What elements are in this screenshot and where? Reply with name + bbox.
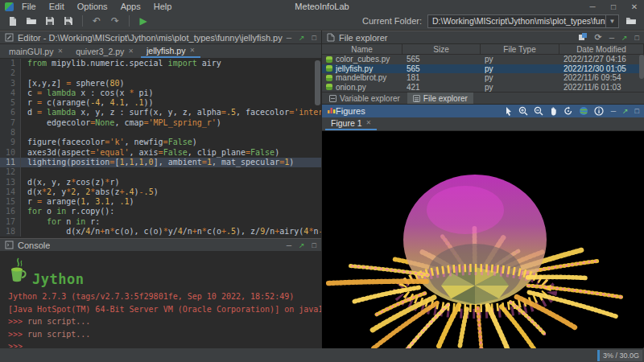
run-icon[interactable]: ▶: [137, 14, 150, 27]
editor-tab-bar: mainGUI.py✕quiver3_2.py✕jellyfish.py✕: [0, 44, 321, 59]
current-folder-combobox[interactable]: D:\Working\MIScript\Jython\mis\plot_type…: [427, 14, 619, 28]
editor-scrollbar[interactable]: [315, 60, 320, 105]
file-explorer-maximize-icon[interactable]: □: [635, 34, 639, 42]
figures-minimize-icon[interactable]: ─: [611, 107, 616, 115]
info-icon[interactable]: [594, 106, 604, 116]
window-close-button[interactable]: ✕: [630, 2, 639, 11]
code-token: y/: [168, 227, 178, 236]
column-header-file-type[interactable]: File Type: [481, 44, 559, 54]
column-header-name[interactable]: Name: [322, 44, 402, 54]
code-token: ): [129, 197, 134, 206]
code-token: d: [27, 108, 37, 117]
figures-float-icon[interactable]: ↗: [622, 107, 629, 115]
close-icon[interactable]: ✕: [366, 119, 372, 126]
redo-icon[interactable]: ↷: [109, 14, 122, 27]
console-maximize-icon[interactable]: □: [312, 241, 316, 249]
tab-quiver3_2-py[interactable]: quiver3_2.py✕: [70, 44, 139, 58]
memory-usage-indicator[interactable]: 3% / 30.0G: [597, 350, 642, 361]
editor-float-icon[interactable]: ↗: [299, 34, 305, 42]
console-minimize-icon[interactable]: ─: [287, 241, 291, 249]
save-as-icon[interactable]: [62, 14, 75, 27]
undo-icon[interactable]: ↶: [90, 14, 103, 27]
zoom-in-icon[interactable]: [518, 106, 528, 116]
close-icon[interactable]: ✕: [57, 47, 63, 55]
close-icon[interactable]: ✕: [189, 47, 195, 54]
console-float-icon[interactable]: ↗: [299, 241, 305, 249]
table-row[interactable]: color_cubes.py565py2022/12/27 04:16: [322, 55, 644, 64]
rotate-icon[interactable]: [564, 106, 573, 116]
table-row[interactable]: mandelbrot.py181py2022/11/6 09:54: [322, 73, 644, 83]
code-text: d(x*2, y*2, 2*abs(z+.4)-.5): [21, 187, 159, 197]
code-text: axes3d(aspect='equal', axis=False, clip_…: [21, 148, 279, 158]
line-number: 15: [0, 197, 21, 207]
file-table-scrollbar[interactable]: [639, 55, 644, 79]
code-token: /n: [183, 227, 192, 236]
refresh-icon[interactable]: ⟳: [594, 32, 601, 43]
code-token: o: [42, 207, 56, 216]
code-line: 3[x,y,z] = sphere(80): [0, 79, 321, 88]
python-file-icon: [326, 75, 332, 81]
close-icon[interactable]: ✕: [128, 47, 134, 55]
code-token: in: [56, 207, 66, 216]
menu-help[interactable]: Help: [154, 2, 172, 11]
table-row[interactable]: onion.py421py2022/11/6 01:03: [322, 83, 644, 93]
code-token: r: [27, 197, 37, 206]
figures-maximize-icon[interactable]: □: [635, 107, 639, 115]
figure-canvas[interactable]: [322, 131, 644, 348]
code-token: /n: [90, 227, 100, 236]
code-token: r): [109, 178, 119, 187]
table-row[interactable]: jellyfish.py565py2022/12/30 01:05: [322, 64, 644, 74]
pan-hand-icon[interactable]: [549, 106, 558, 116]
code-text: for o in r.copy():: [21, 207, 114, 216]
window-minimize-button[interactable]: ─: [588, 2, 597, 11]
chevron-down-icon[interactable]: ▼: [605, 15, 618, 27]
globe-icon[interactable]: [579, 106, 588, 116]
code-token: r: [27, 98, 37, 107]
console-output[interactable]: Jython Jython 2.7.3 (tags/v2.7.3:5f29801…: [0, 252, 321, 348]
window-maximize-button[interactable]: □: [609, 2, 618, 11]
tab-maingui-py[interactable]: mainGUI.py✕: [3, 44, 68, 58]
code-text: r = arange(1, 3.1, .1): [21, 197, 134, 207]
line-number: 8: [0, 128, 21, 138]
tab-file-explorer[interactable]: File explorer: [407, 93, 473, 104]
new-file-icon[interactable]: [6, 14, 19, 27]
editor-maximize-icon[interactable]: □: [312, 34, 316, 42]
code-token: airy(: [279, 227, 303, 236]
cursor-icon[interactable]: [504, 106, 513, 116]
file-explorer-float-icon[interactable]: ↗: [621, 34, 628, 42]
tab-jellyfish-py[interactable]: jellyfish.py✕: [141, 44, 200, 58]
zoom-out-icon[interactable]: [534, 106, 543, 116]
code-line: 5r = c(arange(-4, 4.1, .1)): [0, 98, 321, 108]
file-explorer-header: File explorer ⟳ ─ ↗ □: [322, 31, 644, 44]
browse-folder-icon[interactable]: [625, 14, 638, 27]
code-token: 'interp': [294, 108, 321, 117]
console-panel-header: Console ─ ↗ □: [0, 238, 321, 252]
line-number: 3: [0, 79, 21, 88]
tab-label: quiver3_2.py: [76, 47, 124, 56]
file-type-cell: py: [481, 64, 559, 73]
code-line: 16for o in r.copy():: [0, 207, 321, 216]
code-token: , axis: [129, 148, 158, 157]
tab-figure-1[interactable]: Figure 1 ✕: [325, 117, 377, 130]
new-window-icon[interactable]: [578, 33, 587, 43]
column-header-size[interactable]: Size: [402, 44, 481, 54]
file-name-cell: mandelbrot.py: [322, 73, 402, 82]
code-editor[interactable]: 1from mipylib.numeric.special import air…: [0, 59, 321, 238]
current-folder-value[interactable]: D:\Working\MIScript\Jython\mis\plot_type…: [428, 16, 605, 26]
open-folder-icon[interactable]: [25, 14, 38, 27]
menu-file[interactable]: File: [22, 2, 36, 11]
code-text: d(x, y, z*cos(z)*r): [21, 178, 119, 187]
save-icon[interactable]: [43, 14, 56, 27]
editor-minimize-icon[interactable]: ─: [287, 34, 291, 42]
menu-edit[interactable]: Edit: [49, 2, 64, 11]
console-panel-title: Console: [18, 241, 50, 250]
code-token: ): [217, 118, 221, 127]
file-name-cell: jellyfish.py: [322, 64, 402, 73]
menu-options[interactable]: Options: [77, 2, 108, 11]
column-header-date-modified[interactable]: Date Modified: [559, 44, 644, 54]
menu-apps[interactable]: Apps: [121, 2, 141, 11]
file-explorer-minimize-icon[interactable]: ─: [609, 34, 614, 42]
tab-variable-explorer[interactable]: Variable explorer: [324, 93, 406, 104]
code-token: r:: [85, 217, 100, 226]
main-toolbar: ↶ ↷ ▶ Current Folder: D:\Working\MIScrip…: [0, 12, 644, 31]
